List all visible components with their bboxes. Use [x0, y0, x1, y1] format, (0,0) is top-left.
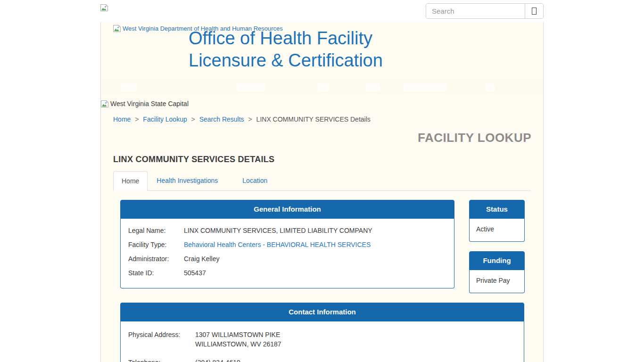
tab-location[interactable]: Location [234, 171, 275, 190]
section-title: FACILITY LOOKUP [101, 131, 531, 145]
nav-item[interactable] [485, 83, 495, 91]
capital-image-alt-text: West Virginia State Capital [110, 100, 189, 107]
site-title-line2: Licensure & Certification [189, 50, 383, 70]
breadcrumb-separator: > [135, 115, 139, 123]
nav-item[interactable] [236, 83, 265, 91]
field-label: Telephone: [128, 358, 195, 362]
broken-image-icon [100, 4, 108, 13]
field-label: Administrator: [128, 254, 184, 263]
funding-panel: Funding Private Pay [469, 251, 525, 293]
field-value: (304) 834-4619 [195, 358, 240, 362]
search-button[interactable] [525, 4, 543, 18]
status-value: Active [469, 219, 525, 242]
contact-information-panel: Contact Information Physical Address: 13… [120, 303, 524, 362]
field-label: Facility Type: [128, 240, 184, 249]
field-state-id: State ID: 505437 [128, 268, 446, 278]
dept-image-alt-text: West Virginia Department of Health and H… [123, 25, 283, 32]
nav-item[interactable] [404, 83, 447, 91]
breadcrumb-current: LINX COMMUNITY SERVICES Details [256, 115, 371, 123]
detail-tabs: Home Health Investigations Location [113, 171, 531, 191]
field-value: 1307 WILLIAMSTOWN PIKE WILLIAMSTOWN, WV … [195, 330, 281, 349]
funding-header: Funding [469, 251, 525, 270]
breadcrumb-home[interactable]: Home [113, 115, 131, 123]
facility-type-link[interactable]: Behavioral Health Centers - BEHAVIORAL H… [184, 241, 371, 248]
tab-home[interactable]: Home [113, 171, 148, 191]
general-information-header: General Information [120, 200, 454, 219]
tab-health-investigations[interactable]: Health Investigations [149, 171, 226, 190]
nav-item[interactable] [366, 83, 380, 91]
top-bar [0, 0, 644, 22]
field-legal-name: Legal Name: LINX COMMUNITY SERVICES, LIM… [128, 226, 446, 235]
site-title-link[interactable]: Office of Health Facility Licensure & Ce… [189, 28, 383, 70]
field-label: State ID: [128, 268, 184, 278]
breadcrumb-search-results[interactable]: Search Results [199, 115, 244, 123]
search-input[interactable] [426, 4, 525, 18]
contact-information-header: Contact Information [120, 303, 524, 321]
capital-image: West Virginia State Capital [101, 100, 543, 107]
tab-content: General Information Legal Name: LINX COM… [101, 191, 543, 362]
field-facility-type: Facility Type: Behavioral Health Centers… [128, 240, 446, 249]
field-administrator: Administrator: Craig Kelley [128, 254, 446, 263]
nav-item[interactable] [121, 83, 137, 91]
field-value: LINX COMMUNITY SERVICES, LIMITED LIABILI… [184, 226, 372, 235]
dept-logo-link[interactable]: West Virginia Department of Health and H… [113, 25, 283, 32]
breadcrumb: Home > Facility Lookup > Search Results … [113, 115, 543, 123]
field-value: Craig Kelley [184, 254, 219, 263]
main-nav [101, 80, 543, 94]
field-telephone: Telephone: (304) 834-4619 [128, 358, 516, 362]
broken-image-icon [101, 100, 108, 107]
site-header: West Virginia Department of Health and H… [101, 22, 543, 80]
breadcrumb-facility-lookup[interactable]: Facility Lookup [143, 115, 187, 123]
field-value: 505437 [184, 268, 206, 278]
page-column: West Virginia Department of Health and H… [100, 22, 544, 362]
field-label: Legal Name: [128, 226, 184, 235]
funding-value: Private Pay [469, 270, 525, 293]
broken-image-icon [113, 25, 121, 32]
page-title: LINX COMMUNITY SERVICES DETAILS [113, 155, 543, 165]
search-icon [532, 8, 537, 15]
nav-item[interactable] [317, 83, 330, 91]
field-physical-address: Physical Address: 1307 WILLIAMSTOWN PIKE… [128, 330, 516, 349]
breadcrumb-separator: > [248, 115, 252, 123]
general-information-panel: General Information Legal Name: LINX COM… [120, 200, 454, 288]
breadcrumb-separator: > [191, 115, 195, 123]
status-header: Status [469, 200, 525, 219]
field-label: Physical Address: [128, 330, 195, 349]
site-search [426, 3, 544, 19]
status-panel: Status Active [469, 200, 525, 242]
